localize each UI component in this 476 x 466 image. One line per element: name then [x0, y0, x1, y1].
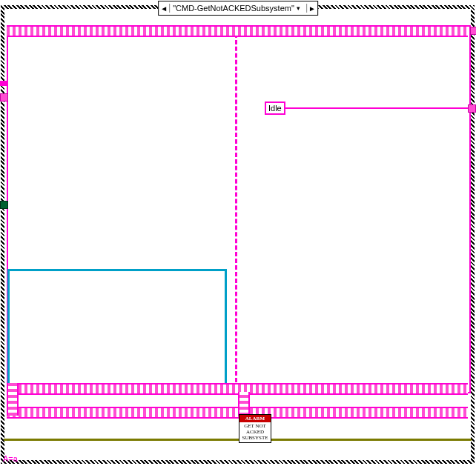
idle-string-label: Idle	[268, 104, 282, 113]
pink-cluster-rail-left-join	[7, 383, 19, 416]
idle-right-terminal	[468, 104, 476, 113]
idle-string-constant[interactable]: Idle	[265, 101, 285, 115]
pink-cluster-rail-bottom	[7, 407, 468, 419]
pink-cluster-rail-mid	[7, 383, 468, 395]
olive-shift-wire	[4, 439, 472, 441]
idle-wire	[282, 107, 469, 109]
left-terminal-2	[0, 93, 8, 101]
alarm-subvi-body: GET NOT ACKED SUBSYSTE	[239, 422, 271, 442]
case-selector[interactable]: ◄ "CMD-GetNotACKEDSubsystem" ▾ ►	[158, 1, 318, 16]
cyan-sub-structure	[7, 269, 227, 390]
case-dropdown-icon[interactable]: ▾	[294, 4, 303, 12]
magenta-divider-vertical	[235, 27, 237, 389]
alarm-get-not-acked-subvi[interactable]: ALARM GET NOT ACKED SUBSYSTE	[239, 414, 271, 443]
right-top-pink-terminal	[470, 27, 476, 35]
case-next-arrow-icon[interactable]: ►	[307, 2, 317, 14]
pink-cluster-rail-center-drop	[238, 392, 250, 416]
left-terminal-1	[0, 81, 7, 86]
case-prev-arrow-icon[interactable]: ◄	[159, 2, 169, 14]
case-selector-label: "CMD-GetNotACKEDSubsystem"	[173, 4, 294, 13]
left-green-terminal	[0, 201, 8, 209]
alarm-subvi-header: ALARM	[239, 415, 271, 422]
labview-block-diagram: ◄ "CMD-GetNotACKEDSubsystem" ▾ ► Idle AL…	[0, 0, 476, 466]
bottom-a-eq-a-label: A=a	[3, 454, 18, 463]
pink-cluster-rail-top	[7, 25, 468, 37]
